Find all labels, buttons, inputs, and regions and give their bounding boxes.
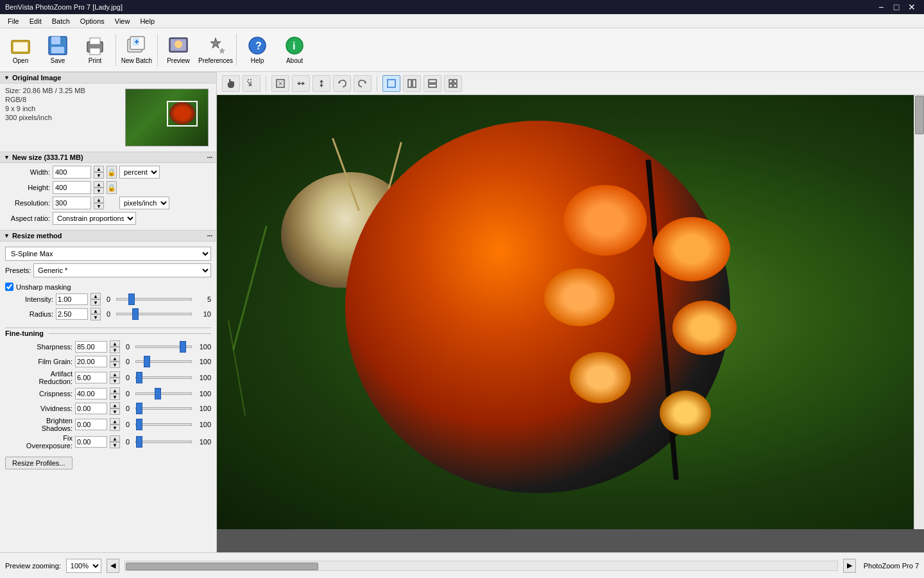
height-lock[interactable]: 🔒 <box>107 181 117 194</box>
fix-overexposure-slider[interactable] <box>135 441 192 443</box>
undo-button[interactable] <box>333 75 351 92</box>
sharpness-input[interactable] <box>75 341 107 353</box>
horizontal-scroll-thumb[interactable] <box>126 563 318 570</box>
preset-select[interactable]: Generic * Generic Photo Illustration <box>33 263 211 277</box>
brighten-shadows-up[interactable]: ▲ <box>110 418 120 425</box>
new-size-more-btn[interactable]: ··· <box>207 154 212 161</box>
crispness-input[interactable] <box>75 388 107 399</box>
split-horizontal-button[interactable] <box>424 75 441 92</box>
close-button[interactable]: ✕ <box>905 0 919 14</box>
arrow-vertical-button[interactable] <box>312 75 330 92</box>
scroll-left-button[interactable]: ◀ <box>107 559 119 573</box>
vividness-slider[interactable] <box>135 407 192 410</box>
film-grain-input[interactable] <box>75 356 107 367</box>
fix-overexposure-down[interactable]: ▼ <box>110 442 120 448</box>
intensity-down[interactable]: ▼ <box>90 299 101 306</box>
artifact-reduction-slider[interactable] <box>135 376 192 379</box>
preferences-button[interactable]: Preferences <box>198 31 234 69</box>
unsharp-masking-checkbox[interactable] <box>5 283 13 291</box>
height-up[interactable]: ▲ <box>94 181 104 188</box>
artifact-reduction-up[interactable]: ▲ <box>110 371 120 378</box>
film-grain-up[interactable]: ▲ <box>110 355 120 362</box>
menu-help[interactable]: Help <box>135 16 160 26</box>
redo-button[interactable] <box>354 75 372 92</box>
vertical-scrollbar[interactable] <box>914 95 924 529</box>
sharpness-slider[interactable] <box>135 346 192 348</box>
crispness-down[interactable]: ▼ <box>110 394 120 400</box>
resolution-down[interactable]: ▼ <box>94 203 104 209</box>
resolution-up[interactable]: ▲ <box>94 197 104 203</box>
hand-tool-button[interactable] <box>222 75 240 92</box>
split-vertical-button[interactable] <box>403 75 421 92</box>
about-button[interactable]: i About <box>277 31 312 69</box>
res-unit-select[interactable]: pixels/inch pixels/cm <box>119 197 169 209</box>
split-quad-button[interactable] <box>444 75 462 92</box>
intensity-up[interactable]: ▲ <box>90 293 101 299</box>
sharpness-down[interactable]: ▼ <box>110 347 120 353</box>
new-batch-button[interactable]: New Batch <box>119 31 155 69</box>
arrow-horizontal-button[interactable] <box>292 75 310 92</box>
width-down[interactable]: ▼ <box>94 172 104 179</box>
minimize-button[interactable]: − <box>874 0 888 14</box>
width-lock[interactable]: 🔒 <box>107 166 117 179</box>
unit-select[interactable]: percent pixels inches cm <box>119 166 160 179</box>
height-down[interactable]: ▼ <box>94 188 104 194</box>
crispness-thumb[interactable] <box>155 388 161 399</box>
intensity-slider[interactable] <box>116 298 192 301</box>
vertical-scroll-thumb[interactable] <box>915 96 924 134</box>
brighten-shadows-thumb[interactable] <box>136 419 142 430</box>
collapse-triangle[interactable]: ▼ <box>4 74 10 81</box>
crispness-up[interactable]: ▲ <box>110 387 120 394</box>
artifact-reduction-thumb[interactable] <box>136 372 142 383</box>
new-size-collapse-triangle[interactable]: ▼ <box>4 154 10 161</box>
brighten-shadows-input[interactable] <box>75 419 107 430</box>
zoom-select[interactable]: 25% 50% 75% 100% 150% 200% <box>66 559 101 573</box>
intensity-thumb[interactable] <box>128 293 135 305</box>
radius-down[interactable]: ▼ <box>90 314 101 320</box>
help-button[interactable]: ? Help <box>239 31 275 69</box>
artifact-reduction-down[interactable]: ▼ <box>110 378 120 384</box>
intensity-input[interactable] <box>56 293 88 305</box>
sharpness-up[interactable]: ▲ <box>110 340 120 347</box>
resize-method-more-btn[interactable]: ··· <box>207 232 212 240</box>
crop-select-button[interactable] <box>243 75 261 92</box>
radius-up[interactable]: ▲ <box>90 308 101 314</box>
vividness-up[interactable]: ▲ <box>110 402 120 408</box>
fix-overexposure-thumb[interactable] <box>136 436 142 448</box>
fix-overexposure-input[interactable] <box>75 436 107 448</box>
width-up[interactable]: ▲ <box>94 166 104 172</box>
radius-thumb[interactable] <box>132 308 139 320</box>
vividness-down[interactable]: ▼ <box>110 408 120 415</box>
save-button[interactable]: Save <box>40 31 76 69</box>
maximize-button[interactable]: □ <box>889 0 903 14</box>
brighten-shadows-slider[interactable] <box>135 423 192 426</box>
vividness-thumb[interactable] <box>136 403 142 414</box>
height-input[interactable] <box>53 181 91 194</box>
menu-batch[interactable]: Batch <box>47 16 75 26</box>
menu-view[interactable]: View <box>110 16 135 26</box>
width-input[interactable] <box>53 166 91 179</box>
radius-input[interactable] <box>56 308 88 320</box>
resolution-input[interactable] <box>53 197 91 209</box>
film-grain-slider[interactable] <box>135 360 192 363</box>
artifact-reduction-input[interactable] <box>75 372 107 383</box>
print-button[interactable]: Print <box>77 31 113 69</box>
single-view-button[interactable] <box>382 75 400 92</box>
film-grain-down[interactable]: ▼ <box>110 362 120 368</box>
menu-file[interactable]: File <box>3 16 24 26</box>
radius-slider[interactable] <box>116 313 192 315</box>
vividness-input[interactable] <box>75 403 107 414</box>
preview-button[interactable]: Preview <box>160 31 196 69</box>
zoom-fit-button[interactable] <box>271 75 289 92</box>
sharpness-thumb[interactable] <box>180 341 186 353</box>
fix-overexposure-up[interactable]: ▲ <box>110 435 120 442</box>
resize-method-collapse[interactable]: ▼ <box>4 232 10 239</box>
horizontal-scrollbar[interactable] <box>124 561 838 571</box>
film-grain-thumb[interactable] <box>144 356 150 367</box>
image-display-area[interactable] <box>217 95 914 529</box>
crispness-slider[interactable] <box>135 392 192 395</box>
scroll-right-button[interactable]: ▶ <box>843 559 856 573</box>
open-button[interactable]: Open <box>3 31 38 69</box>
aspect-ratio-select[interactable]: Constrain proportions Free <box>53 212 136 225</box>
brighten-shadows-down[interactable]: ▼ <box>110 425 120 431</box>
